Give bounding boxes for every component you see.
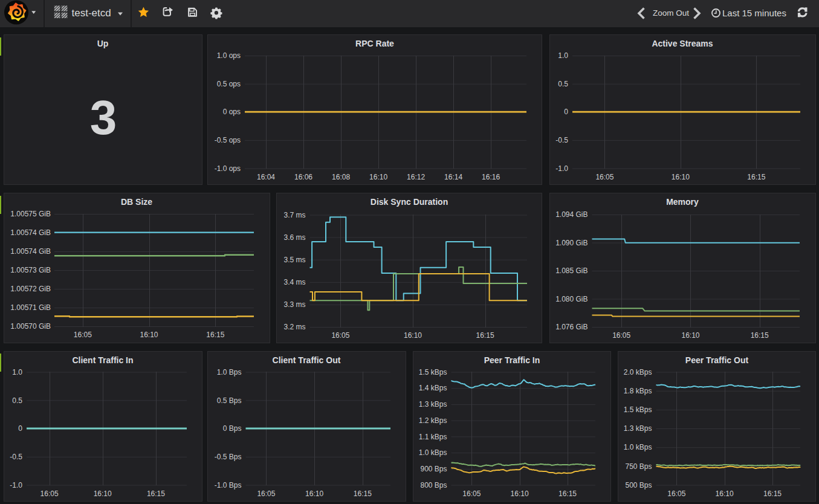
svg-text:0 ops: 0 ops — [223, 108, 241, 116]
svg-text:Memory: Memory — [666, 197, 699, 207]
svg-text:16:10: 16:10 — [94, 489, 112, 498]
svg-text:1.094 GiB: 1.094 GiB — [555, 210, 588, 219]
svg-text:16:15: 16:15 — [476, 331, 494, 340]
svg-text:-0.5: -0.5 — [555, 136, 568, 144]
svg-text:800 Bps: 800 Bps — [420, 481, 447, 489]
svg-text:16:05: 16:05 — [331, 331, 349, 340]
svg-text:3.6 ms: 3.6 ms — [283, 233, 305, 242]
svg-text:3.5 ms: 3.5 ms — [283, 256, 305, 264]
svg-text:16:15: 16:15 — [558, 489, 577, 498]
svg-text:Peer Traffic In: Peer Traffic In — [484, 355, 540, 365]
svg-text:Last 15 minutes: Last 15 minutes — [722, 8, 786, 18]
svg-text:1.5 kBps: 1.5 kBps — [419, 368, 447, 376]
svg-text:3: 3 — [90, 91, 117, 144]
svg-text:1.0: 1.0 — [558, 51, 568, 60]
svg-text:16:06: 16:06 — [294, 173, 312, 181]
svg-text:900 Bps: 900 Bps — [420, 465, 447, 473]
svg-text:16:05: 16:05 — [257, 489, 275, 498]
svg-text:Client Traffic In: Client Traffic In — [72, 355, 133, 365]
svg-text:16:14: 16:14 — [444, 173, 462, 181]
svg-text:16:05: 16:05 — [40, 489, 59, 498]
svg-text:-1.0: -1.0 — [555, 164, 568, 173]
svg-text:16:15: 16:15 — [763, 489, 782, 498]
svg-text:1.00571 GiB: 1.00571 GiB — [10, 303, 51, 312]
svg-text:2.0 kBps: 2.0 kBps — [624, 368, 652, 376]
svg-text:1.00574 GiB: 1.00574 GiB — [10, 228, 51, 237]
svg-text:1.080 GiB: 1.080 GiB — [555, 295, 588, 303]
svg-text:16:05: 16:05 — [612, 331, 630, 340]
svg-text:1.00575 GiB: 1.00575 GiB — [10, 210, 51, 218]
svg-text:3.2 ms: 3.2 ms — [283, 323, 305, 331]
svg-text:1.085 GiB: 1.085 GiB — [555, 267, 588, 275]
svg-text:-1.0 Bps: -1.0 Bps — [215, 481, 242, 489]
svg-text:1.0 kBps: 1.0 kBps — [419, 448, 447, 457]
svg-text:16:10: 16:10 — [140, 331, 158, 339]
svg-text:16:15: 16:15 — [206, 331, 224, 339]
svg-text:1.0: 1.0 — [12, 368, 22, 376]
svg-text:16:15: 16:15 — [747, 173, 765, 181]
svg-text:Client Traffic Out: Client Traffic Out — [273, 355, 341, 365]
svg-text:16:05: 16:05 — [667, 489, 685, 498]
svg-text:1.0 ops: 1.0 ops — [217, 51, 241, 60]
svg-text:Active Streams: Active Streams — [652, 39, 713, 48]
svg-text:1.00574 GiB: 1.00574 GiB — [10, 247, 51, 256]
svg-text:-0.5 ops: -0.5 ops — [215, 136, 241, 144]
svg-text:3.7 ms: 3.7 ms — [283, 211, 305, 219]
svg-text:1.4 kBps: 1.4 kBps — [419, 384, 447, 392]
svg-text:1.00572 GiB: 1.00572 GiB — [10, 285, 51, 293]
svg-text:16:10: 16:10 — [672, 173, 690, 181]
svg-text:-1.0: -1.0 — [10, 481, 22, 489]
svg-text:16:04: 16:04 — [257, 173, 275, 181]
svg-text:16:08: 16:08 — [332, 173, 350, 181]
svg-text:3.4 ms: 3.4 ms — [283, 278, 305, 286]
svg-text:1.00570 GiB: 1.00570 GiB — [10, 322, 51, 331]
svg-text:DB Size: DB Size — [121, 197, 152, 207]
svg-text:0: 0 — [18, 424, 22, 433]
svg-text:1.8 kBps: 1.8 kBps — [624, 387, 652, 395]
svg-text:16:10: 16:10 — [681, 331, 699, 340]
svg-text:500 Bps: 500 Bps — [625, 481, 652, 489]
svg-text:16:15: 16:15 — [354, 489, 372, 498]
svg-text:1.00573 GiB: 1.00573 GiB — [10, 266, 51, 274]
svg-text:1.2 kBps: 1.2 kBps — [419, 416, 447, 425]
svg-text:16:10: 16:10 — [511, 489, 529, 498]
svg-text:16:16: 16:16 — [482, 173, 500, 181]
svg-text:Peer Traffic Out: Peer Traffic Out — [685, 355, 749, 365]
svg-text:1.076 GiB: 1.076 GiB — [555, 323, 588, 331]
svg-text:Disk Sync Duration: Disk Sync Duration — [371, 197, 448, 207]
svg-text:0.5 Bps: 0.5 Bps — [217, 396, 242, 405]
svg-text:1.1 kBps: 1.1 kBps — [419, 433, 447, 441]
svg-text:0.5: 0.5 — [12, 396, 22, 405]
svg-text:16:05: 16:05 — [74, 331, 92, 339]
svg-text:16:05: 16:05 — [595, 173, 613, 181]
svg-text:16:05: 16:05 — [462, 489, 481, 498]
svg-text:0 Bps: 0 Bps — [223, 424, 242, 433]
svg-text:16:10: 16:10 — [369, 173, 387, 181]
svg-text:16:10: 16:10 — [716, 489, 734, 498]
svg-text:16:15: 16:15 — [751, 331, 769, 340]
svg-text:3.3 ms: 3.3 ms — [283, 300, 305, 309]
svg-text:-0.5: -0.5 — [10, 453, 22, 461]
svg-text:test-etcd: test-etcd — [72, 7, 111, 19]
svg-text:-1.0 ops: -1.0 ops — [215, 164, 241, 173]
svg-text:Zoom Out: Zoom Out — [653, 8, 689, 18]
svg-text:1.5 kBps: 1.5 kBps — [624, 405, 652, 414]
svg-text:1.0 Bps: 1.0 Bps — [217, 368, 242, 376]
svg-text:Up: Up — [97, 39, 109, 48]
svg-text:16:10: 16:10 — [305, 489, 323, 498]
svg-text:1.3 kBps: 1.3 kBps — [624, 424, 652, 433]
svg-text:1.0 kBps: 1.0 kBps — [624, 443, 652, 451]
svg-text:750 Bps: 750 Bps — [625, 462, 652, 471]
svg-text:16:15: 16:15 — [147, 489, 165, 498]
svg-text:RPC Rate: RPC Rate — [355, 39, 394, 48]
svg-text:0: 0 — [564, 108, 568, 116]
svg-text:0.5 ops: 0.5 ops — [217, 80, 241, 88]
svg-text:0.5: 0.5 — [558, 80, 568, 88]
svg-text:16:12: 16:12 — [407, 173, 425, 181]
svg-text:-0.5 Bps: -0.5 Bps — [215, 453, 242, 461]
svg-text:1.090 GiB: 1.090 GiB — [555, 239, 588, 247]
svg-text:1.3 kBps: 1.3 kBps — [419, 400, 447, 409]
svg-text:16:10: 16:10 — [404, 331, 422, 340]
